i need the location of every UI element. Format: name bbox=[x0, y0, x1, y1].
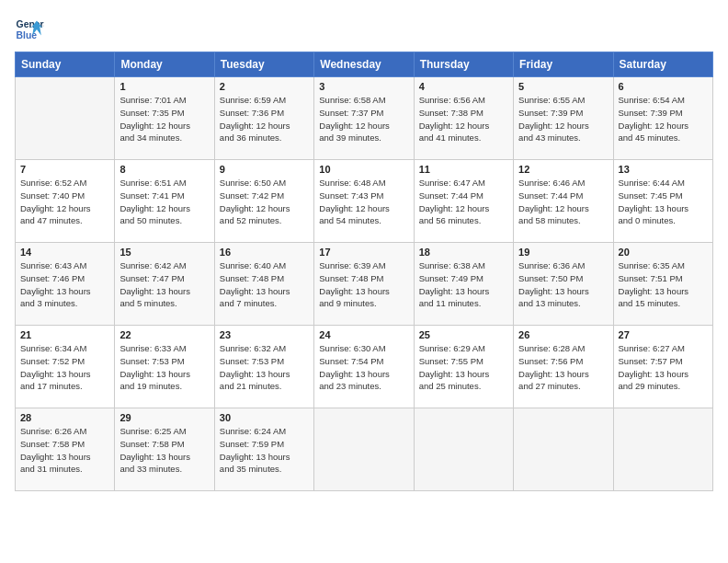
calendar-header-sunday: Sunday bbox=[16, 52, 115, 77]
calendar-cell: 23Sunrise: 6:32 AMSunset: 7:53 PMDayligh… bbox=[214, 326, 313, 408]
calendar-cell: 2Sunrise: 6:59 AMSunset: 7:36 PMDaylight… bbox=[214, 77, 313, 160]
calendar-week-2: 7Sunrise: 6:52 AMSunset: 7:40 PMDaylight… bbox=[16, 160, 713, 243]
day-info: Sunrise: 6:36 AMSunset: 7:50 PMDaylight:… bbox=[518, 259, 608, 310]
day-info: Sunrise: 6:33 AMSunset: 7:53 PMDaylight:… bbox=[119, 342, 209, 393]
day-number: 19 bbox=[518, 247, 608, 258]
day-info: Sunrise: 6:52 AMSunset: 7:40 PMDaylight:… bbox=[20, 177, 109, 227]
day-number: 4 bbox=[419, 81, 508, 92]
day-info: Sunrise: 6:50 AMSunset: 7:42 PMDaylight:… bbox=[220, 177, 309, 227]
day-info: Sunrise: 6:38 AMSunset: 7:49 PMDaylight:… bbox=[419, 259, 508, 310]
calendar-cell: 29Sunrise: 6:25 AMSunset: 7:58 PMDayligh… bbox=[115, 408, 214, 491]
calendar-cell: 8Sunrise: 6:51 AMSunset: 7:41 PMDaylight… bbox=[115, 160, 214, 243]
calendar-week-1: 1Sunrise: 7:01 AMSunset: 7:35 PMDaylight… bbox=[16, 77, 713, 160]
calendar-cell: 3Sunrise: 6:58 AMSunset: 7:37 PMDaylight… bbox=[314, 77, 414, 160]
day-number: 9 bbox=[220, 164, 309, 175]
calendar-week-5: 28Sunrise: 6:26 AMSunset: 7:58 PMDayligh… bbox=[16, 408, 713, 491]
day-number: 8 bbox=[119, 164, 209, 175]
day-number: 3 bbox=[319, 81, 408, 92]
calendar-cell: 21Sunrise: 6:34 AMSunset: 7:52 PMDayligh… bbox=[16, 326, 115, 408]
day-number: 16 bbox=[220, 247, 309, 258]
calendar-cell: 30Sunrise: 6:24 AMSunset: 7:59 PMDayligh… bbox=[214, 408, 313, 491]
calendar-cell: 6Sunrise: 6:54 AMSunset: 7:39 PMDaylight… bbox=[613, 77, 712, 160]
day-info: Sunrise: 6:32 AMSunset: 7:53 PMDaylight:… bbox=[220, 342, 309, 393]
calendar-cell bbox=[613, 408, 712, 491]
calendar-header-monday: Monday bbox=[115, 52, 214, 77]
day-number: 24 bbox=[319, 329, 408, 340]
day-number: 26 bbox=[518, 329, 608, 340]
day-number: 5 bbox=[518, 81, 608, 92]
day-info: Sunrise: 6:39 AMSunset: 7:48 PMDaylight:… bbox=[319, 259, 408, 310]
day-number: 28 bbox=[20, 412, 109, 423]
logo-icon: General Blue bbox=[15, 15, 44, 44]
calendar-cell: 14Sunrise: 6:43 AMSunset: 7:46 PMDayligh… bbox=[16, 243, 115, 326]
calendar-header-row: SundayMondayTuesdayWednesdayThursdayFrid… bbox=[16, 52, 713, 77]
calendar-header-wednesday: Wednesday bbox=[314, 52, 414, 77]
day-number: 15 bbox=[119, 247, 209, 258]
day-info: Sunrise: 6:54 AMSunset: 7:39 PMDaylight:… bbox=[619, 94, 708, 144]
day-info: Sunrise: 6:56 AMSunset: 7:38 PMDaylight:… bbox=[419, 94, 508, 144]
day-info: Sunrise: 6:59 AMSunset: 7:36 PMDaylight:… bbox=[220, 94, 309, 144]
day-number: 18 bbox=[419, 247, 508, 258]
day-info: Sunrise: 6:42 AMSunset: 7:47 PMDaylight:… bbox=[119, 259, 209, 310]
calendar-cell: 22Sunrise: 6:33 AMSunset: 7:53 PMDayligh… bbox=[115, 326, 214, 408]
calendar-cell: 25Sunrise: 6:29 AMSunset: 7:55 PMDayligh… bbox=[414, 326, 513, 408]
day-number: 10 bbox=[319, 164, 408, 175]
day-number: 1 bbox=[119, 81, 209, 92]
calendar-cell: 1Sunrise: 7:01 AMSunset: 7:35 PMDaylight… bbox=[115, 77, 214, 160]
calendar-cell bbox=[16, 77, 115, 160]
day-info: Sunrise: 6:35 AMSunset: 7:51 PMDaylight:… bbox=[619, 259, 708, 310]
day-info: Sunrise: 6:30 AMSunset: 7:54 PMDaylight:… bbox=[319, 342, 408, 393]
day-number: 25 bbox=[419, 329, 508, 340]
calendar-cell: 28Sunrise: 6:26 AMSunset: 7:58 PMDayligh… bbox=[16, 408, 115, 491]
calendar-cell: 5Sunrise: 6:55 AMSunset: 7:39 PMDaylight… bbox=[514, 77, 613, 160]
calendar-cell: 7Sunrise: 6:52 AMSunset: 7:40 PMDaylight… bbox=[16, 160, 115, 243]
calendar-cell bbox=[314, 408, 414, 491]
day-info: Sunrise: 6:28 AMSunset: 7:56 PMDaylight:… bbox=[518, 342, 608, 393]
day-number: 23 bbox=[220, 329, 309, 340]
day-info: Sunrise: 6:48 AMSunset: 7:43 PMDaylight:… bbox=[319, 177, 408, 227]
calendar-cell: 20Sunrise: 6:35 AMSunset: 7:51 PMDayligh… bbox=[613, 243, 712, 326]
day-info: Sunrise: 6:43 AMSunset: 7:46 PMDaylight:… bbox=[20, 259, 109, 310]
day-number: 17 bbox=[319, 247, 408, 258]
calendar-cell: 10Sunrise: 6:48 AMSunset: 7:43 PMDayligh… bbox=[314, 160, 414, 243]
calendar-cell: 19Sunrise: 6:36 AMSunset: 7:50 PMDayligh… bbox=[514, 243, 613, 326]
day-info: Sunrise: 6:24 AMSunset: 7:59 PMDaylight:… bbox=[220, 425, 309, 476]
day-info: Sunrise: 6:47 AMSunset: 7:44 PMDaylight:… bbox=[419, 177, 508, 227]
day-info: Sunrise: 6:25 AMSunset: 7:58 PMDaylight:… bbox=[119, 425, 209, 476]
day-info: Sunrise: 6:58 AMSunset: 7:37 PMDaylight:… bbox=[319, 94, 408, 144]
calendar-cell: 11Sunrise: 6:47 AMSunset: 7:44 PMDayligh… bbox=[414, 160, 513, 243]
day-number: 30 bbox=[220, 412, 309, 423]
day-info: Sunrise: 6:46 AMSunset: 7:44 PMDaylight:… bbox=[518, 177, 608, 227]
calendar-cell: 4Sunrise: 6:56 AMSunset: 7:38 PMDaylight… bbox=[414, 77, 513, 160]
day-number: 6 bbox=[619, 81, 708, 92]
day-number: 13 bbox=[619, 164, 708, 175]
calendar-cell bbox=[414, 408, 513, 491]
calendar-cell: 18Sunrise: 6:38 AMSunset: 7:49 PMDayligh… bbox=[414, 243, 513, 326]
day-info: Sunrise: 6:34 AMSunset: 7:52 PMDaylight:… bbox=[20, 342, 109, 393]
day-info: Sunrise: 6:55 AMSunset: 7:39 PMDaylight:… bbox=[518, 94, 608, 144]
calendar-cell: 17Sunrise: 6:39 AMSunset: 7:48 PMDayligh… bbox=[314, 243, 414, 326]
day-number: 7 bbox=[20, 164, 109, 175]
day-info: Sunrise: 6:29 AMSunset: 7:55 PMDaylight:… bbox=[419, 342, 508, 393]
calendar-cell: 15Sunrise: 6:42 AMSunset: 7:47 PMDayligh… bbox=[115, 243, 214, 326]
calendar-cell: 13Sunrise: 6:44 AMSunset: 7:45 PMDayligh… bbox=[613, 160, 712, 243]
calendar-header-friday: Friday bbox=[514, 52, 613, 77]
calendar-cell: 26Sunrise: 6:28 AMSunset: 7:56 PMDayligh… bbox=[514, 326, 613, 408]
calendar-cell: 27Sunrise: 6:27 AMSunset: 7:57 PMDayligh… bbox=[613, 326, 712, 408]
calendar-week-4: 21Sunrise: 6:34 AMSunset: 7:52 PMDayligh… bbox=[16, 326, 713, 408]
calendar-cell: 24Sunrise: 6:30 AMSunset: 7:54 PMDayligh… bbox=[314, 326, 414, 408]
day-number: 2 bbox=[220, 81, 309, 92]
day-info: Sunrise: 6:27 AMSunset: 7:57 PMDaylight:… bbox=[619, 342, 708, 393]
calendar-cell bbox=[514, 408, 613, 491]
day-number: 29 bbox=[119, 412, 209, 423]
day-info: Sunrise: 6:26 AMSunset: 7:58 PMDaylight:… bbox=[20, 425, 109, 476]
day-info: Sunrise: 6:44 AMSunset: 7:45 PMDaylight:… bbox=[619, 177, 708, 227]
day-number: 11 bbox=[419, 164, 508, 175]
calendar-header-tuesday: Tuesday bbox=[214, 52, 313, 77]
day-info: Sunrise: 7:01 AMSunset: 7:35 PMDaylight:… bbox=[119, 94, 209, 144]
day-number: 27 bbox=[619, 329, 708, 340]
calendar-cell: 9Sunrise: 6:50 AMSunset: 7:42 PMDaylight… bbox=[214, 160, 313, 243]
day-number: 20 bbox=[619, 247, 708, 258]
day-number: 12 bbox=[518, 164, 608, 175]
calendar-header-thursday: Thursday bbox=[414, 52, 513, 77]
